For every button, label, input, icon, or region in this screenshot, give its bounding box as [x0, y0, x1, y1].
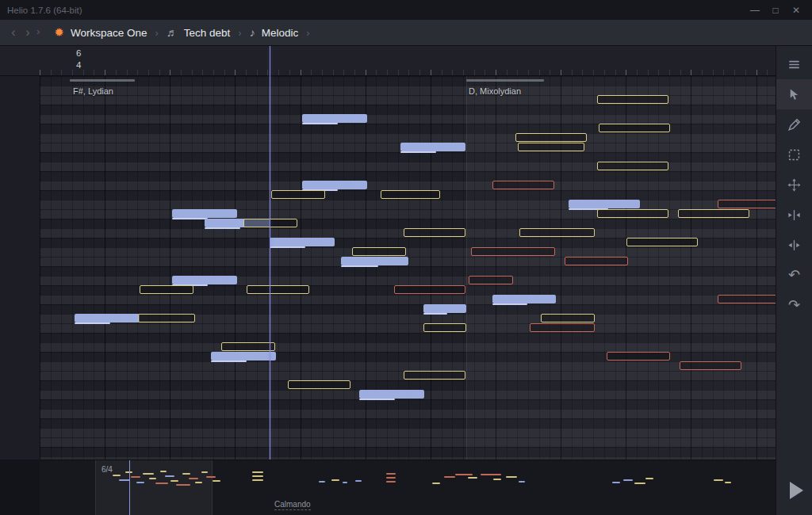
- note[interactable]: [469, 276, 513, 284]
- undo-icon[interactable]: ↶: [776, 260, 812, 290]
- note[interactable]: [607, 352, 670, 360]
- note[interactable]: [597, 209, 668, 218]
- draw-tool-icon[interactable]: [776, 109, 812, 139]
- note[interactable]: [404, 371, 465, 380]
- note[interactable]: [172, 209, 237, 218]
- minimap-note-mark: [165, 475, 174, 477]
- minimap-note-mark: [612, 482, 620, 483]
- minimap-note-mark: [386, 481, 396, 483]
- maximize-button[interactable]: □: [768, 5, 783, 16]
- breadcrumb-bar: ‹ › › ✹ Workspace One › ♬ Tech debt › ♪ …: [0, 20, 812, 46]
- note[interactable]: [302, 114, 367, 123]
- close-button[interactable]: ✕: [788, 5, 804, 16]
- minimap-note-mark: [201, 471, 208, 473]
- note[interactable]: [471, 247, 555, 256]
- note[interactable]: [423, 304, 466, 313]
- minimap-note-mark: [176, 484, 190, 486]
- minimap-note-mark: [634, 483, 645, 484]
- note[interactable]: [75, 314, 140, 322]
- minimap-note-mark: [206, 476, 216, 478]
- note[interactable]: [541, 314, 595, 322]
- play-icon: [790, 482, 803, 499]
- note[interactable]: [302, 181, 367, 189]
- minimap-playhead: [129, 460, 130, 515]
- note[interactable]: [518, 143, 584, 151]
- merge-tool-icon[interactable]: [776, 230, 812, 260]
- minimap-note-mark: [714, 479, 723, 481]
- note[interactable]: [211, 352, 276, 360]
- minimap-note-mark: [519, 481, 525, 483]
- note[interactable]: [515, 133, 587, 142]
- note[interactable]: [243, 219, 297, 227]
- note[interactable]: [718, 295, 776, 303]
- minimap-note-mark: [319, 481, 325, 483]
- note[interactable]: [138, 314, 195, 322]
- breadcrumb-separator: ›: [36, 25, 40, 40]
- window-title: Helio 1.7.6 (64-bit): [0, 6, 82, 15]
- minimap-note-mark: [160, 471, 167, 472]
- note[interactable]: [718, 200, 776, 208]
- notes-layer: [40, 46, 776, 460]
- menu-icon[interactable]: [776, 49, 812, 79]
- note[interactable]: [597, 162, 668, 170]
- piano-roll[interactable]: 6 4 F#, Lydian D, Mixolydian: [40, 46, 776, 460]
- note[interactable]: [492, 295, 556, 303]
- selection-tool-icon[interactable]: [776, 139, 812, 170]
- play-button[interactable]: [776, 475, 812, 505]
- note[interactable]: [270, 238, 335, 246]
- note[interactable]: [172, 276, 237, 284]
- note[interactable]: [359, 390, 424, 399]
- minimap-note-mark: [189, 478, 198, 479]
- minimize-button[interactable]: —: [747, 5, 763, 16]
- note[interactable]: [519, 228, 595, 237]
- note[interactable]: [381, 190, 440, 199]
- note[interactable]: [626, 238, 698, 246]
- note[interactable]: [394, 285, 465, 294]
- back-icon[interactable]: ‹: [8, 25, 19, 40]
- minimap-note-mark: [343, 482, 347, 483]
- minimap-note-mark: [136, 482, 144, 483]
- note[interactable]: [400, 143, 465, 151]
- minimap-note-mark: [149, 478, 156, 479]
- redo-icon[interactable]: ↷: [776, 290, 812, 320]
- note[interactable]: [565, 257, 628, 265]
- breadcrumb-project[interactable]: ♬ Tech debt: [159, 20, 239, 45]
- note[interactable]: [404, 228, 465, 237]
- note[interactable]: [680, 361, 741, 370]
- playhead[interactable]: [270, 46, 270, 460]
- nav-history: ‹ › ›: [0, 25, 46, 40]
- cursor-tool-icon[interactable]: [776, 79, 812, 109]
- note[interactable]: [599, 124, 670, 132]
- note[interactable]: [341, 257, 408, 265]
- project-minimap[interactable]: 6/4 Calmando: [40, 460, 776, 515]
- keyboard-strip[interactable]: [0, 46, 40, 515]
- breadcrumb-separator: ›: [306, 27, 309, 39]
- note[interactable]: [140, 285, 193, 294]
- minimap-time-signature: 6/4: [102, 465, 113, 474]
- note[interactable]: [221, 342, 275, 351]
- minimap-viewport[interactable]: [95, 460, 213, 515]
- note[interactable]: [288, 380, 350, 389]
- drag-tool-icon[interactable]: [776, 170, 812, 200]
- minimap-note-mark: [252, 471, 263, 473]
- minimap-note-mark: [623, 479, 633, 481]
- minimap-note-mark: [113, 475, 121, 476]
- note[interactable]: [597, 95, 668, 104]
- note[interactable]: [492, 181, 554, 189]
- note[interactable]: [271, 190, 325, 199]
- note[interactable]: [423, 323, 466, 332]
- breadcrumb-track[interactable]: ♪ Melodic: [242, 20, 307, 45]
- forward-icon[interactable]: ›: [22, 25, 33, 40]
- note[interactable]: [530, 323, 595, 332]
- minimap-note-mark: [213, 480, 220, 482]
- tempo-annotation[interactable]: Calmando: [274, 500, 311, 510]
- note[interactable]: [678, 209, 749, 218]
- note-icon: ♪: [250, 26, 255, 39]
- minimap-note-mark: [155, 483, 168, 484]
- breadcrumb-workspace[interactable]: ✹ Workspace One: [46, 20, 155, 45]
- note[interactable]: [569, 200, 640, 208]
- note[interactable]: [352, 247, 406, 256]
- minimap-note-mark: [143, 473, 154, 475]
- note[interactable]: [247, 285, 309, 294]
- expand-tool-icon[interactable]: [776, 200, 812, 230]
